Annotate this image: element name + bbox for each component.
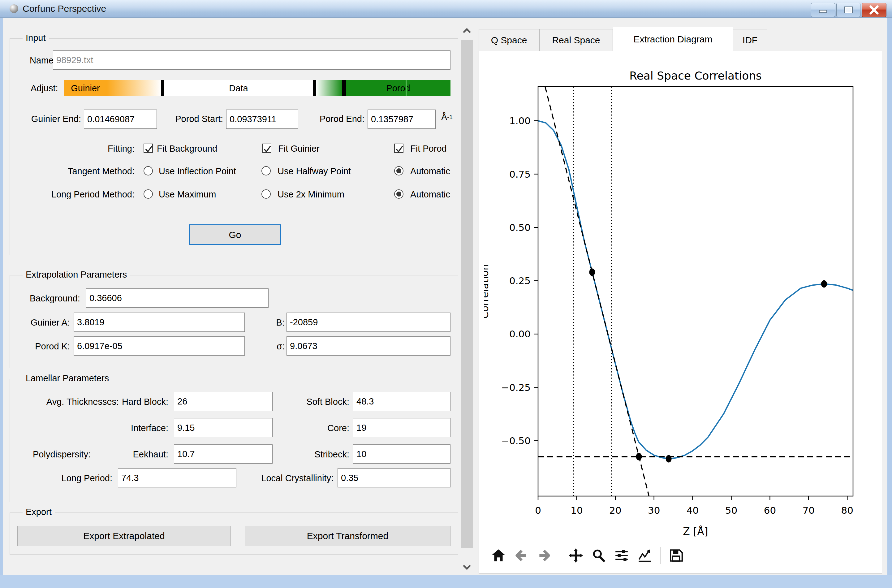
scroll-down-icon[interactable] <box>463 564 471 570</box>
forward-icon[interactable] <box>537 548 552 563</box>
title-bar[interactable]: Corfunc Perspective <box>0 0 892 18</box>
fit-porod-label[interactable]: Fit Porod <box>410 142 487 155</box>
export-group-label: Export <box>22 507 55 517</box>
angstrom-symbol: Å <box>441 112 447 122</box>
use-halfway-point-label[interactable]: Use Halfway Point <box>277 165 389 177</box>
minimize-button[interactable] <box>811 3 835 17</box>
guinier-a-input[interactable]: 3.8019 <box>73 313 245 332</box>
stribeck-input[interactable]: 10 <box>353 444 450 464</box>
local-crystallinity-input[interactable]: 0.35 <box>337 468 450 488</box>
zoom-icon[interactable] <box>591 548 606 563</box>
slider-divider-1[interactable] <box>161 80 164 96</box>
lamellar-group-label: Lamellar Parameters <box>22 373 112 384</box>
use-inflection-point-label[interactable]: Use Inflection Point <box>159 165 276 177</box>
svg-text:20: 20 <box>609 505 621 516</box>
extrapolation-group-label: Extrapolation Parameters <box>22 270 130 280</box>
b-label: B: <box>265 313 285 332</box>
corfunc-window: Corfunc Perspective Input Name: 98929.tx… <box>0 0 892 588</box>
home-icon[interactable] <box>491 548 506 563</box>
svg-text:0.50: 0.50 <box>509 222 531 233</box>
svg-text:70: 70 <box>803 505 815 516</box>
scrollbar-thumb[interactable] <box>461 40 473 548</box>
fit-guinier-label[interactable]: Fit Guinier <box>278 142 371 155</box>
b-input[interactable]: -20859 <box>286 313 450 332</box>
svg-text:0.75: 0.75 <box>509 169 531 180</box>
use-2x-minimum-label[interactable]: Use 2x Minimum <box>277 188 389 201</box>
go-button[interactable]: Go <box>189 224 281 245</box>
export-transformed-button[interactable]: Export Transformed <box>245 526 450 546</box>
tangent-method-label: Tangent Method: <box>46 165 135 177</box>
angstrom-exponent: -1 <box>447 114 453 121</box>
slider-porod-gradient[interactable] <box>316 80 342 96</box>
window-title: Corfunc Perspective <box>22 0 106 17</box>
long-period-automatic-radio[interactable] <box>394 189 403 199</box>
export-extrapolated-button[interactable]: Export Extrapolated <box>17 526 231 546</box>
sigma-label: σ: <box>265 337 285 356</box>
slider-porod-marker[interactable] <box>406 80 407 96</box>
tab-idf[interactable]: IDF <box>733 29 767 51</box>
porod-k-input[interactable]: 6.0917e-05 <box>73 336 245 356</box>
tab-q-space[interactable]: Q Space <box>479 29 539 51</box>
slider-divider-2[interactable] <box>313 80 316 96</box>
tab-label: Real Space <box>552 35 600 45</box>
svg-text:Real Space Correlations: Real Space Correlations <box>629 69 762 82</box>
long-period-input[interactable]: 74.3 <box>118 468 236 488</box>
use-halfway-point-radio[interactable] <box>261 166 271 176</box>
window-bottom-border <box>0 575 892 588</box>
soft-block-input[interactable]: 48.3 <box>353 392 450 411</box>
avg-thicknesses-label: Avg. Thicknesses: <box>46 397 119 407</box>
pan-icon[interactable] <box>568 548 583 563</box>
left-panel-scrollbar[interactable] <box>460 19 474 575</box>
tab-real-space[interactable]: Real Space <box>539 29 613 51</box>
name-input[interactable]: 98929.txt <box>53 51 450 70</box>
porod-end-label: Porod End: <box>272 110 364 128</box>
tab-label: IDF <box>742 35 757 45</box>
sigma-input[interactable]: 9.0673 <box>286 336 450 356</box>
check-icon <box>262 144 273 154</box>
scroll-up-icon[interactable] <box>463 28 471 33</box>
hard-block-input[interactable]: 26 <box>174 392 273 411</box>
subplots-icon[interactable] <box>614 548 629 563</box>
adjust-slider[interactable]: Guinier Data Porod <box>64 80 450 96</box>
slider-data-segment[interactable]: Data <box>164 80 313 96</box>
fit-background-label[interactable]: Fit Background <box>157 142 262 155</box>
slider-porod-segment[interactable]: Porod <box>346 80 450 96</box>
core-label: Core: <box>322 419 349 437</box>
tangent-automatic-radio[interactable] <box>394 166 403 176</box>
eekhaut-label: Eekhaut: <box>124 445 168 464</box>
svg-text:0.00: 0.00 <box>509 328 531 339</box>
extraction-diagram-pane: 010203040506070801.000.750.500.250.00−0.… <box>479 51 882 574</box>
back-icon[interactable] <box>514 548 529 563</box>
core-input[interactable]: 19 <box>353 418 450 437</box>
customize-icon[interactable] <box>637 548 652 563</box>
background-input[interactable]: 0.36606 <box>86 288 268 308</box>
save-icon[interactable] <box>669 548 684 563</box>
maximize-button[interactable] <box>836 3 861 17</box>
use-maximum-radio[interactable] <box>144 189 153 199</box>
svg-text:0.25: 0.25 <box>509 275 531 286</box>
use-maximum-label[interactable]: Use Maximum <box>159 188 261 201</box>
fit-background-checkbox[interactable] <box>144 144 153 153</box>
svg-text:0: 0 <box>535 505 541 516</box>
local-crystallinity-label: Local Crystallinity: <box>243 469 334 488</box>
slider-divider-3[interactable] <box>342 80 346 96</box>
porod-end-input[interactable]: 0.1357987 <box>367 110 436 129</box>
slider-guinier-gradient[interactable] <box>107 80 161 96</box>
tab-label: Extraction Diagram <box>633 34 712 45</box>
app-icon <box>10 4 18 13</box>
svg-text:−0.25: −0.25 <box>501 382 531 393</box>
svg-text:1.00: 1.00 <box>509 115 531 126</box>
close-button[interactable] <box>862 3 886 17</box>
use-2x-minimum-radio[interactable] <box>261 189 271 199</box>
interface-input[interactable]: 9.15 <box>174 418 273 437</box>
fit-guinier-checkbox[interactable] <box>262 144 271 153</box>
interface-label: Interface: <box>121 419 168 437</box>
minimize-icon <box>819 10 827 13</box>
long-period-method-label: Long Period Method: <box>24 188 135 201</box>
input-group-label: Input <box>22 33 49 43</box>
slider-guinier-segment[interactable]: Guinier <box>64 80 107 96</box>
tab-extraction-diagram[interactable]: Extraction Diagram <box>613 27 733 51</box>
eekhaut-input[interactable]: 10.7 <box>174 444 273 464</box>
fit-porod-checkbox[interactable] <box>394 144 403 153</box>
use-inflection-point-radio[interactable] <box>144 166 153 176</box>
